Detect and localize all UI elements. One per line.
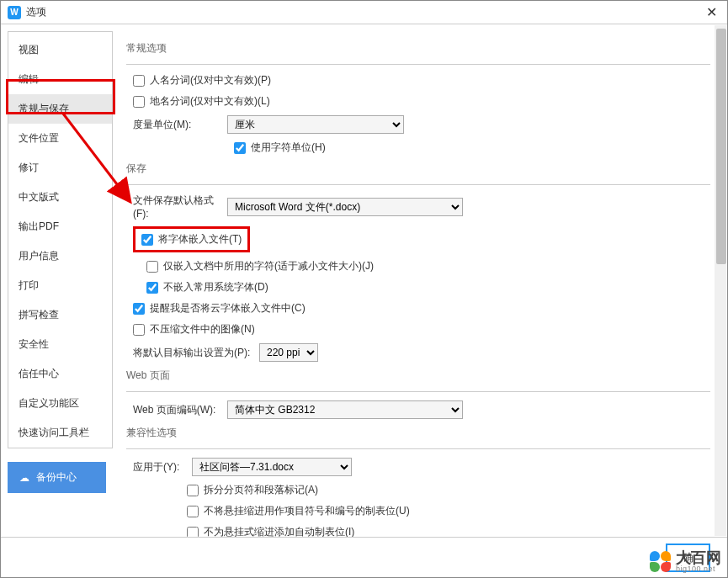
select-target-output[interactable]: 220 ppi bbox=[259, 343, 318, 362]
scrollbar-thumb[interactable] bbox=[716, 29, 726, 264]
backup-icon: ☁ bbox=[19, 472, 29, 484]
divider bbox=[126, 184, 710, 185]
checkbox-no-auto-tab[interactable] bbox=[187, 527, 199, 538]
sidebar-item-print[interactable]: 打印 bbox=[8, 271, 112, 300]
label-target-output: 将默认目标输出设置为(P): bbox=[133, 346, 259, 360]
label-embed-font: 将字体嵌入文件(T) bbox=[158, 232, 242, 247]
section-general-title: 常规选项 bbox=[126, 41, 710, 56]
backup-center-button[interactable]: ☁ 备份中心 bbox=[8, 462, 106, 493]
label-split-page: 拆分分页符和段落标记(A) bbox=[204, 483, 318, 497]
label-place-seg: 地名分词(仅对中文有效)(L) bbox=[150, 94, 270, 109]
divider bbox=[126, 391, 710, 392]
divider bbox=[126, 448, 710, 449]
sidebar-item-export-pdf[interactable]: 输出PDF bbox=[8, 212, 112, 241]
sidebar-item-revision[interactable]: 修订 bbox=[8, 153, 112, 183]
label-no-auto-tab: 不为悬挂式缩进添加自动制表位(I) bbox=[204, 525, 354, 537]
watermark-logo-icon bbox=[650, 551, 671, 572]
sidebar-item-quick-access[interactable]: 快速访问工具栏 bbox=[8, 418, 112, 448]
watermark-en: big100.net bbox=[676, 565, 721, 573]
sidebar-item-customize-ribbon[interactable]: 自定义功能区 bbox=[8, 389, 112, 418]
divider bbox=[126, 64, 710, 65]
checkbox-char-unit[interactable] bbox=[234, 142, 246, 154]
sidebar-item-trust-center[interactable]: 信任中心 bbox=[8, 359, 112, 389]
sidebar-item-spellcheck[interactable]: 拼写检查 bbox=[8, 300, 112, 330]
checkbox-place-seg[interactable] bbox=[133, 96, 145, 108]
label-no-common: 不嵌入常用系统字体(D) bbox=[163, 280, 268, 294]
content-panel: 常规选项 人名分词(仅对中文有效)(P) 地名分词(仅对中文有效)(L) 度量单… bbox=[113, 24, 727, 537]
checkbox-split-page[interactable] bbox=[187, 485, 199, 496]
sidebar: 视图 编辑 常规与保存 文件位置 修订 中文版式 输出PDF 用户信息 打印 拼… bbox=[8, 31, 113, 448]
section-web-title: Web 页面 bbox=[126, 369, 710, 383]
sidebar-item-view[interactable]: 视图 bbox=[8, 35, 112, 65]
label-cloud-font: 提醒我是否将云字体嵌入文件中(C) bbox=[150, 301, 306, 316]
sidebar-item-file-location[interactable]: 文件位置 bbox=[8, 124, 112, 153]
backup-label: 备份中心 bbox=[36, 470, 77, 485]
select-default-format[interactable]: Microsoft Word 文件(*.docx) bbox=[227, 198, 463, 216]
watermark-cn: 大百网 bbox=[676, 550, 721, 565]
label-apply-to: 应用于(Y): bbox=[133, 460, 192, 475]
label-no-compress: 不压缩文件中的图像(N) bbox=[150, 322, 255, 337]
section-save-title: 保存 bbox=[126, 162, 710, 176]
sidebar-item-general-save[interactable]: 常规与保存 bbox=[8, 94, 112, 124]
sidebar-item-edit[interactable]: 编辑 bbox=[8, 65, 112, 94]
checkbox-no-common[interactable] bbox=[146, 282, 158, 294]
sidebar-item-chinese-layout[interactable]: 中文版式 bbox=[8, 183, 112, 212]
close-icon[interactable]: ✕ bbox=[703, 4, 720, 20]
watermark: 大百网 big100.net bbox=[650, 550, 721, 573]
select-unit[interactable]: 厘米 bbox=[227, 115, 404, 134]
label-default-format: 文件保存默认格式(F): bbox=[133, 194, 227, 220]
label-no-tab: 不将悬挂缩进用作项目符号和编号的制表位(U) bbox=[204, 504, 410, 518]
label-web-encoding: Web 页面编码(W): bbox=[133, 403, 227, 417]
titlebar: W 选项 ✕ bbox=[1, 1, 727, 24]
window-title: 选项 bbox=[26, 5, 46, 19]
label-name-seg: 人名分词(仅对中文有效)(P) bbox=[150, 73, 271, 87]
highlight-embed-font: 将字体嵌入文件(T) bbox=[133, 226, 250, 252]
checkbox-cloud-font[interactable] bbox=[133, 303, 145, 315]
label-embed-used-only: 仅嵌入文档中所用的字符(适于减小文件大小)(J) bbox=[163, 259, 374, 273]
label-char-unit: 使用字符单位(H) bbox=[251, 141, 326, 155]
sidebar-item-user-info[interactable]: 用户信息 bbox=[8, 241, 112, 271]
checkbox-name-seg[interactable] bbox=[133, 75, 145, 87]
label-unit: 度量单位(M): bbox=[133, 118, 227, 132]
checkbox-no-tab[interactable] bbox=[187, 506, 199, 517]
checkbox-embed-used-only[interactable] bbox=[146, 261, 158, 273]
checkbox-embed-font[interactable] bbox=[141, 234, 153, 246]
sidebar-item-security[interactable]: 安全性 bbox=[8, 330, 112, 359]
checkbox-no-compress[interactable] bbox=[133, 324, 145, 336]
section-compat-title: 兼容性选项 bbox=[126, 426, 710, 440]
footer: 确 bbox=[1, 537, 727, 577]
select-apply-to[interactable]: 社区问答—7.31.docx bbox=[192, 458, 352, 476]
select-web-encoding[interactable]: 简体中文 GB2312 bbox=[227, 400, 463, 419]
app-icon: W bbox=[8, 6, 21, 19]
